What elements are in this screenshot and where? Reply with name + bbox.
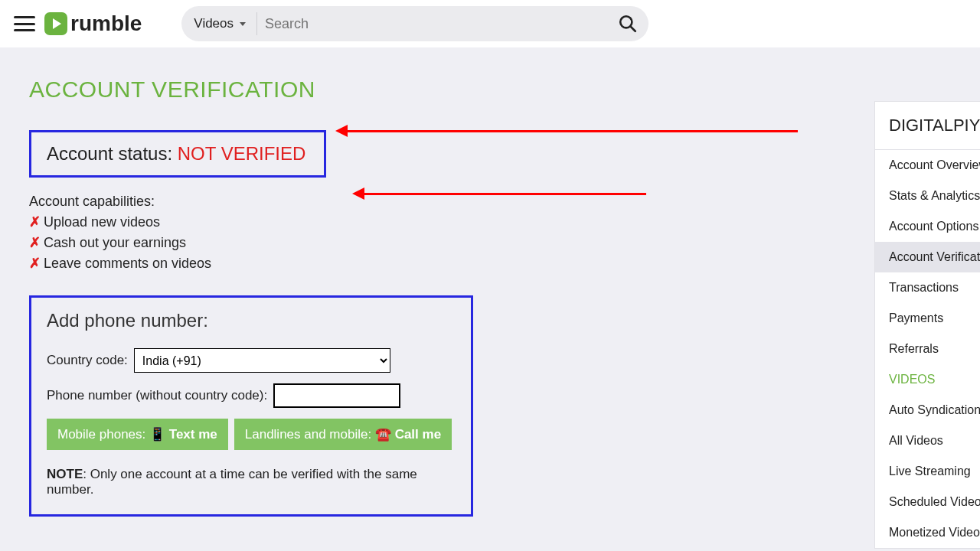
content-area: ACCOUNT VERIFICATION Account status: NOT… (0, 47, 980, 551)
logo-play-icon (44, 12, 67, 35)
text-me-button[interactable]: Mobile phones: 📱 Text me (47, 419, 228, 450)
x-icon: ✗ (29, 235, 41, 250)
phone-number-input[interactable] (273, 383, 400, 408)
sidebar-username: DIGITALPIY (875, 102, 980, 150)
top-bar: rumble Videos (0, 0, 980, 47)
search-category-label: Videos (194, 16, 234, 31)
capability-item: ✗Leave comments on videos (29, 253, 841, 274)
sidebar-item-referrals[interactable]: Referrals (875, 334, 980, 364)
annotation-arrow (346, 130, 798, 132)
country-code-label: Country code: (47, 353, 128, 368)
capabilities-list: Account capabilities: ✗Upload new videos… (29, 191, 841, 274)
status-label: Account status: (47, 143, 178, 164)
search-category-dropdown[interactable]: Videos (194, 12, 257, 35)
x-icon: ✗ (29, 256, 41, 271)
sidebar-section-videos: VIDEOS (875, 364, 980, 395)
phone-note: NOTE: Only one account at a time can be … (47, 467, 456, 497)
add-phone-heading: Add phone number: (47, 310, 456, 331)
svg-line-1 (631, 26, 635, 31)
phone-number-label: Phone number (without country code): (47, 388, 267, 403)
account-sidebar: DIGITALPIY Account Overview Stats & Anal… (874, 101, 980, 549)
chevron-down-icon (240, 22, 246, 26)
annotation-arrow (363, 193, 646, 195)
sidebar-item-overview[interactable]: Account Overview (875, 150, 980, 181)
search-bar: Videos (181, 6, 648, 41)
sidebar-item-live-streaming[interactable]: Live Streaming (875, 456, 980, 487)
logo-text: rumble (70, 11, 142, 36)
main-column: ACCOUNT VERIFICATION Account status: NOT… (29, 77, 841, 517)
sidebar-item-options[interactable]: Account Options (875, 211, 980, 242)
sidebar-item-stats[interactable]: Stats & Analytics (875, 181, 980, 211)
site-logo[interactable]: rumble (44, 11, 142, 36)
capability-item: ✗Cash out your earnings (29, 233, 841, 253)
sidebar-item-payments[interactable]: Payments (875, 303, 980, 334)
x-icon: ✗ (29, 214, 41, 230)
search-input[interactable] (257, 11, 616, 37)
add-phone-box: Add phone number: Country code: India (+… (29, 295, 473, 517)
sidebar-item-all-videos[interactable]: All Videos (875, 425, 980, 456)
sidebar-item-scheduled-videos[interactable]: Scheduled Videos (875, 487, 980, 517)
sidebar-item-transactions[interactable]: Transactions (875, 272, 980, 303)
sidebar-item-auto-syndication[interactable]: Auto Syndication (875, 395, 980, 425)
search-icon (618, 14, 638, 34)
sidebar-item-verification[interactable]: Account Verification (875, 242, 980, 272)
status-value: NOT VERIFIED (178, 143, 306, 164)
country-code-select[interactable]: India (+91) (134, 348, 390, 373)
call-me-button[interactable]: Landlines and mobile: ☎️ Call me (234, 419, 452, 450)
account-status-box: Account status: NOT VERIFIED (29, 130, 326, 178)
capability-item: ✗Upload new videos (29, 212, 841, 233)
search-button[interactable] (616, 12, 639, 35)
sidebar-item-monetized-videos[interactable]: Monetized Videos (875, 517, 980, 548)
menu-icon[interactable] (14, 16, 35, 31)
page-title: ACCOUNT VERIFICATION (29, 77, 841, 103)
